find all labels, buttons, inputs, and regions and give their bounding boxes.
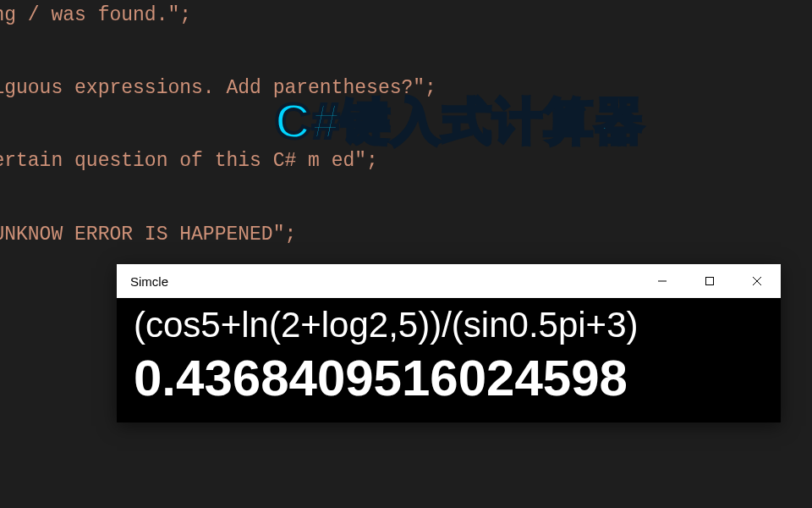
minimize-icon xyxy=(657,276,667,286)
window-title: Simcle xyxy=(117,274,168,289)
window-controls xyxy=(639,264,781,298)
calculator-expression[interactable]: (cos5+ln(2+log2,5))/(sin0.5pi+3) xyxy=(134,305,764,345)
close-icon xyxy=(752,276,762,286)
window-titlebar[interactable]: Simcle xyxy=(117,264,781,298)
calculator-body: (cos5+ln(2+log2,5))/(sin0.5pi+3) 0.43684… xyxy=(117,298,781,422)
minimize-button[interactable] xyxy=(639,264,686,298)
code-line: AN UNKNOW ERROR IS HAPPENED"; xyxy=(0,219,812,250)
video-title-overlay: C#键入式计算器 xyxy=(275,89,645,155)
maximize-button[interactable] xyxy=(686,264,733,298)
calculator-window: Simcle (cos5+ln(2+log2,5))/(sin0.5pi+3) … xyxy=(117,264,781,422)
maximize-icon xyxy=(705,276,715,286)
close-button[interactable] xyxy=(733,264,781,298)
svg-rect-1 xyxy=(706,278,714,285)
code-line: wrong / was found."; xyxy=(0,0,812,30)
calculator-result: 0.4368409516024598 xyxy=(134,349,764,407)
